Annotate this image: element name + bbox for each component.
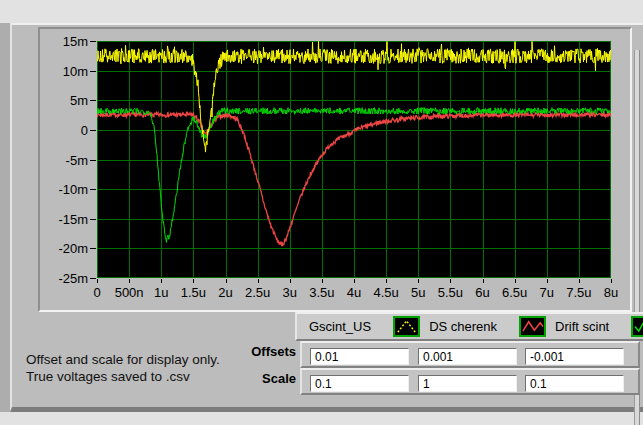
x-tick-mark [161, 279, 162, 283]
x-tick-mark [258, 279, 259, 283]
x-tick-label: 2u [218, 286, 232, 299]
x-tick-label: 5.5u [438, 286, 463, 299]
y-tick-label: 10m [44, 64, 88, 77]
x-tick-mark [322, 279, 323, 283]
note-line-2: True voltages saved to .csv [26, 368, 220, 385]
legend-label: DS cherenk [429, 319, 497, 334]
x-tick-mark [193, 279, 194, 283]
legend-label: Gscint_US [309, 319, 371, 334]
scale-field-gscint-us[interactable] [310, 375, 409, 392]
y-tick-label: -20m [44, 242, 88, 255]
y-tick-mark [90, 219, 96, 220]
x-tick-mark [354, 279, 355, 283]
y-tick-label: -5m [44, 153, 88, 166]
x-tick-label: 7.5u [566, 286, 591, 299]
scale-field-ds-cherenk[interactable] [418, 375, 517, 392]
note-line-1: Offset and scale for display only. [26, 351, 220, 368]
offsets-label: Offsets [210, 345, 296, 359]
offsets-row [300, 341, 640, 368]
x-tick-mark [611, 279, 612, 283]
x-tick-label: 500n [115, 286, 144, 299]
x-tick-mark [290, 279, 291, 283]
x-tick-mark [579, 279, 580, 283]
x-tick-label: 6u [475, 286, 489, 299]
x-tick-mark [483, 279, 484, 283]
y-tick-label: 15m [44, 35, 88, 48]
x-tick-mark [450, 279, 451, 283]
x-tick-label: 3.5u [309, 286, 334, 299]
waveform-sample-icon[interactable] [631, 316, 643, 337]
legend-item-gscint-us[interactable]: Gscint_US [309, 316, 420, 337]
offset-field-gscint-us[interactable] [310, 348, 409, 365]
display-note: Offset and scale for display only. True … [26, 351, 220, 385]
offset-field-drift-scint[interactable] [525, 348, 624, 365]
x-tick-label: 6.5u [502, 286, 527, 299]
offset-field-ds-cherenk[interactable] [418, 348, 517, 365]
x-tick-label: 2.5u [245, 286, 270, 299]
y-tick-mark [90, 100, 96, 101]
y-tick-mark [90, 130, 96, 131]
scale-field-drift-scint[interactable] [525, 375, 624, 392]
x-tick-label: 1u [154, 286, 168, 299]
x-tick-label: 1.5u [181, 286, 206, 299]
x-tick-mark [418, 279, 419, 283]
x-tick-mark [547, 279, 548, 283]
y-tick-mark [90, 248, 96, 249]
legend-item-drift-scint[interactable]: Drift scint [555, 316, 643, 337]
y-tick-mark [90, 41, 96, 42]
y-tick-label: 5m [44, 94, 88, 107]
y-tick-label: -25m [44, 272, 88, 285]
waveform-sample-icon[interactable] [393, 316, 420, 337]
x-tick-mark [515, 279, 516, 283]
y-tick-mark [90, 278, 96, 279]
x-tick-mark [97, 279, 98, 283]
legend-item-ds-cherenk[interactable]: DS cherenk [429, 316, 546, 337]
x-tick-mark [129, 279, 130, 283]
x-tick-label: 0 [93, 286, 100, 299]
y-tick-label: -15m [44, 212, 88, 225]
x-tick-label: 5u [411, 286, 425, 299]
waveform-plot-area[interactable] [97, 41, 611, 278]
plot-legend: Gscint_US DS cherenk Drift scint [295, 312, 643, 341]
y-tick-mark [90, 71, 96, 72]
x-tick-label: 7u [540, 286, 554, 299]
x-tick-mark [386, 279, 387, 283]
y-tick-label: -10m [44, 183, 88, 196]
y-tick-mark [90, 160, 96, 161]
waveform-sample-icon[interactable] [519, 316, 546, 337]
x-tick-label: 8u [604, 286, 618, 299]
x-tick-label: 3u [283, 286, 297, 299]
legend-label: Drift scint [555, 319, 609, 334]
y-tick-label: 0 [44, 123, 88, 136]
x-tick-mark [226, 279, 227, 283]
x-tick-label: 4.5u [373, 286, 398, 299]
y-tick-mark [90, 189, 96, 190]
scale-row [300, 368, 640, 395]
x-tick-label: 4u [347, 286, 361, 299]
scale-label: Scale [210, 372, 296, 386]
